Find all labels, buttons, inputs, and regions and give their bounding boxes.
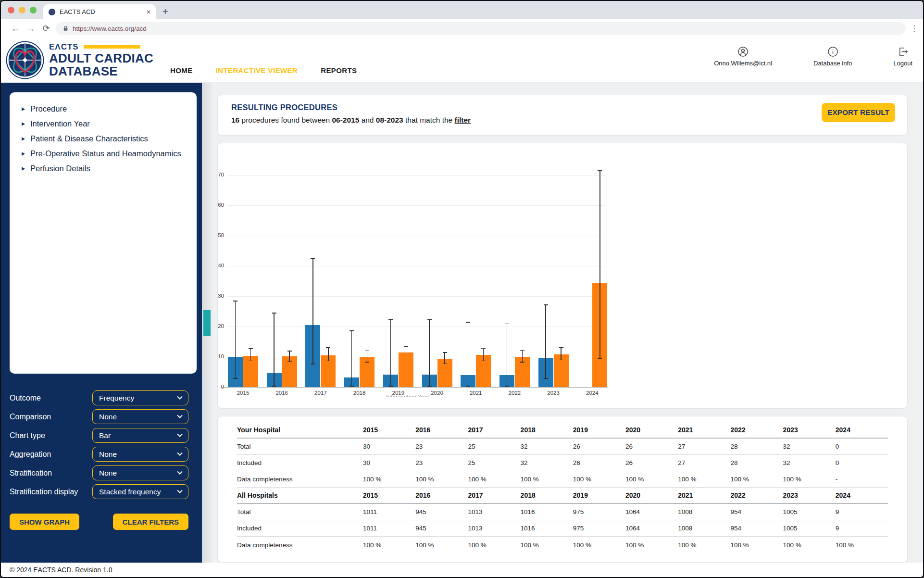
aggregation-select[interactable]: None bbox=[92, 447, 188, 462]
table-header-row: Your Hospital201520162017201820192020202… bbox=[237, 422, 888, 439]
outcome-select[interactable]: Frequency bbox=[92, 390, 188, 405]
year-header-cell: 2020 bbox=[625, 491, 678, 499]
close-window-button[interactable] bbox=[8, 7, 14, 13]
error-bar-cap bbox=[544, 378, 548, 379]
value-cell: 1011 bbox=[363, 525, 415, 532]
tree-item-perfusion-details[interactable]: Perfusion Details bbox=[22, 164, 197, 173]
tree-item-procedure[interactable]: Procedure bbox=[22, 104, 197, 113]
filter-row-stratification: StratificationNone bbox=[10, 465, 202, 480]
year-header-cell: 2017 bbox=[468, 426, 520, 434]
value-cell: 100 % bbox=[783, 476, 836, 483]
tree-item-patient-disease-characteristics[interactable]: Patient & Disease Characteristics bbox=[22, 134, 197, 143]
value-cell: 1013 bbox=[468, 508, 520, 515]
lock-icon bbox=[62, 25, 69, 32]
summary-text: procedures found between bbox=[239, 116, 332, 124]
filter-link[interactable]: filter bbox=[455, 116, 471, 124]
wordmark-line1: ADULT CARDIAC bbox=[49, 52, 153, 65]
year-header-cell: 2018 bbox=[521, 426, 573, 434]
filter-label: Comparison bbox=[10, 413, 92, 421]
value-cell: 9 bbox=[836, 525, 888, 532]
comparison-select[interactable]: None bbox=[92, 409, 188, 424]
user-account[interactable]: Onno.Willems@ict.nl bbox=[714, 46, 772, 67]
maximize-window-button[interactable] bbox=[30, 7, 37, 13]
logout-label: Logout bbox=[893, 60, 912, 67]
browser-tab[interactable]: EACTS ACD ✕ bbox=[43, 4, 156, 19]
value-cell: 23 bbox=[415, 443, 468, 450]
table-row-included: Included10119451013101697510641008954100… bbox=[237, 520, 888, 537]
error-bar-cap bbox=[481, 348, 486, 349]
year-header-cell: 2019 bbox=[573, 491, 625, 499]
tree-item-label: Patient & Disease Characteristics bbox=[30, 134, 148, 143]
back-icon[interactable]: ← bbox=[8, 24, 23, 34]
tree-item-intervention-year[interactable]: Intervention Year bbox=[22, 119, 197, 128]
chart-type-select[interactable]: Bar bbox=[92, 428, 188, 443]
eacts-emblem-icon bbox=[6, 41, 44, 79]
chart-gridline bbox=[227, 266, 605, 266]
favicon bbox=[48, 8, 56, 16]
stratification-display-select[interactable]: Stacked frequency bbox=[92, 484, 188, 499]
stratification-select[interactable]: None bbox=[92, 465, 188, 480]
close-tab-icon[interactable]: ✕ bbox=[146, 9, 151, 15]
forward-icon[interactable]: → bbox=[23, 24, 38, 34]
row-label-cell: Total bbox=[237, 508, 363, 515]
summary-text: and bbox=[359, 116, 375, 124]
show-graph-button[interactable]: SHOW GRAPH bbox=[10, 514, 79, 530]
value-cell: 1008 bbox=[678, 508, 730, 515]
chevron-down-icon bbox=[177, 450, 182, 455]
filter-label: Outcome bbox=[10, 394, 92, 402]
value-cell: 26 bbox=[625, 459, 678, 466]
value-cell: 100 % bbox=[415, 476, 468, 483]
error-bar-cap bbox=[466, 322, 470, 323]
value-cell: 1016 bbox=[521, 508, 573, 515]
scrollbar-thumb[interactable] bbox=[203, 310, 211, 336]
filter-row-stratification-display: Stratification displayStacked frequency bbox=[10, 484, 202, 499]
error-bar bbox=[429, 319, 430, 386]
year-header-cell: 2022 bbox=[730, 426, 783, 434]
filter-row-aggregation: AggregationNone bbox=[10, 447, 202, 462]
year-header-cell: 2020 bbox=[625, 426, 678, 434]
chart-gridline bbox=[227, 205, 605, 206]
error-bar bbox=[328, 347, 329, 360]
value-cell: 100 % bbox=[468, 541, 520, 549]
table-row-data-completeness: Data completeness100 %100 %100 %100 %100… bbox=[237, 471, 888, 488]
minimize-window-button[interactable] bbox=[19, 7, 25, 13]
value-cell: 32 bbox=[783, 443, 836, 450]
tree-item-label: Procedure bbox=[30, 104, 67, 113]
error-bar-cap bbox=[598, 170, 602, 171]
error-bar bbox=[351, 330, 352, 386]
kebab-menu-icon[interactable]: ⋮ bbox=[910, 24, 918, 34]
value-cell: 25 bbox=[468, 459, 520, 466]
chevron-down-icon bbox=[177, 394, 182, 399]
value-cell: 954 bbox=[730, 508, 783, 515]
chart-options: OutcomeFrequencyComparisonNoneChart type… bbox=[1, 390, 202, 499]
nav-item-home[interactable]: HOME bbox=[170, 66, 193, 75]
x-tick-label: 2015 bbox=[229, 390, 258, 396]
value-cell: 28 bbox=[730, 459, 783, 466]
reload-icon[interactable]: ⟳ bbox=[38, 23, 54, 34]
error-bar-cap bbox=[404, 359, 408, 360]
database-info[interactable]: Database info bbox=[813, 46, 852, 67]
y-tick-label: 0 bbox=[217, 384, 224, 390]
export-result-button[interactable]: EXPORT RESULT bbox=[822, 103, 895, 122]
new-tab-icon[interactable]: + bbox=[162, 7, 168, 16]
clear-filters-button[interactable]: CLEAR FILTERS bbox=[113, 514, 188, 530]
x-tick-label: 2024 bbox=[578, 390, 607, 396]
value-cell: 30 bbox=[363, 459, 415, 466]
triangle-right-icon bbox=[22, 152, 25, 156]
wordmark: EΛCTS ADULT CARDIAC DATABASE bbox=[49, 42, 153, 78]
error-bar-cap bbox=[481, 361, 486, 362]
value-cell: 25 bbox=[468, 443, 520, 450]
sidebar-gutter bbox=[202, 83, 215, 563]
nav-item-interactive-viewer[interactable]: INTERACTIVE VIEWER bbox=[216, 66, 298, 75]
chevron-down-icon bbox=[177, 431, 182, 437]
chart-gridline bbox=[227, 175, 605, 176]
logout[interactable]: Logout bbox=[893, 46, 912, 67]
nav-item-reports[interactable]: REPORTS bbox=[321, 66, 357, 75]
tree-item-pre-operative-status-and-heamodynamics[interactable]: Pre-Operative Status and Heamodynamics bbox=[22, 149, 197, 158]
error-bar-cap bbox=[350, 330, 354, 331]
url-text: https://www.eacts.org/acd bbox=[73, 25, 147, 32]
error-bar-cap bbox=[443, 352, 447, 353]
value-cell: 0 bbox=[836, 443, 888, 450]
value-cell: 100 % bbox=[678, 476, 730, 483]
address-field[interactable]: https://www.eacts.org/acd bbox=[56, 22, 906, 35]
